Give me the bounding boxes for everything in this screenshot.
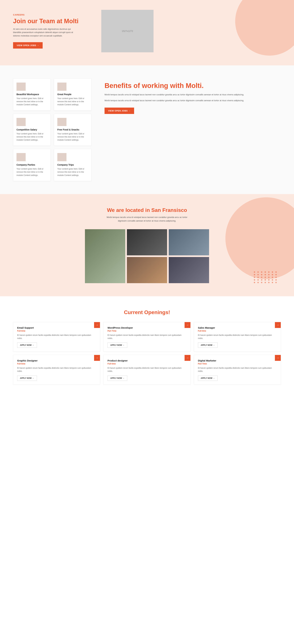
dot-1-4 [268,274,270,275]
dot-1-1 [258,274,259,275]
hero-image-wrapper: 1527x1272 [101,10,154,52]
benefits-cta-button[interactable]: VIEW OPEN JOBS → [104,108,134,114]
dot-4-3 [265,282,266,283]
benefit-card-desc-1: Your content goes here. Edit or remove t… [57,97,88,106]
job-apply-button-4[interactable]: APPLY NOW → [107,376,127,381]
job-title-5: Digital Marketer [198,359,277,362]
job-card-4: → Product designer Full-time Et harum qu… [103,355,190,384]
job-apply-button-5[interactable]: APPLY NOW → [198,376,218,381]
job-type-2: Full-time [198,330,277,332]
dot-1-6 [275,274,277,275]
dot-1-5 [272,274,273,275]
benefits-title: Benefits of working with Molti. [104,82,281,90]
dot-1-2 [261,274,262,275]
job-title-4: Product designer [107,359,186,362]
dot-2-2 [261,277,262,278]
photo-5 [169,257,209,283]
job-title-1: WordPress Developer [107,326,186,329]
benefits-section: Beautiful Workspace Your content goes he… [0,66,294,194]
dot-4-1 [258,282,259,283]
job-type-3: Full-time [17,363,96,365]
benefit-card-img-5 [57,153,66,161]
hero-label: CAREERS [13,14,91,16]
openings-title: Current Openings! [13,309,281,316]
job-desc-3: Et harum quidem rerum facilis expedita d… [17,366,96,373]
job-desc-1: Et harum quidem rerum facilis expedita d… [107,334,186,340]
location-dots [254,272,278,283]
benefit-card-img-2 [16,118,26,126]
benefit-card-desc-2: Your content goes here. Edit or remove t… [16,132,47,142]
hero-title-brand: Molti [64,18,79,24]
dot-3-4 [268,279,270,280]
job-apply-button-0[interactable]: APPLY NOW → [17,342,37,348]
hero-title: Join our Team at Molti [13,18,91,25]
benefit-card-img-4 [16,153,26,161]
benefit-card-title-3: Free Food & Snacks [57,128,88,131]
benefit-card-desc-4: Your content goes here. Edit or remove t… [16,168,47,177]
dot-3-5 [272,279,273,280]
location-title-highlight: San Fransisco [151,207,187,213]
job-type-4: Full-time [107,363,186,365]
dot-2-3 [265,277,266,278]
benefits-desc1: Morbi tempus iaculis urna id volutpat la… [104,93,281,96]
dot-2-4 [268,277,270,278]
dot-2-6 [275,277,277,278]
benefit-card-1: Great People Your content goes here. Edi… [54,78,91,110]
dot-0-0 [254,272,255,273]
job-arrow-badge-1: → [185,322,190,328]
benefits-dot: . [202,82,204,90]
hero-description: At vero eos et accusamus iusto odio dign… [13,28,75,38]
dot-3-2 [261,279,262,280]
dot-2-1 [258,277,259,278]
dot-3-3 [265,279,266,280]
photo-3 [169,229,209,256]
benefits-title-rest: of working with Molti [132,82,202,90]
dot-3-0 [254,279,255,280]
job-arrow-badge-4: → [185,355,190,361]
job-desc-5: Et harum quidem rerum facilis expedita d… [198,366,277,373]
job-card-3: → Graphic Designer Full-time Et harum qu… [13,355,100,384]
photo-4 [127,257,167,283]
benefit-card-desc-0: Your content goes here. Edit or remove t… [16,97,47,106]
dot-4-4 [268,282,270,283]
job-type-0: Full-time [17,330,96,332]
jobs-grid: → Email Support Full-time Et harum quide… [13,322,281,384]
job-apply-button-2[interactable]: APPLY NOW → [198,342,218,348]
dot-4-5 [272,282,273,283]
dot-0-3 [265,272,266,273]
photo-2 [127,229,167,256]
job-title-2: Sales Manager [198,326,277,329]
dot-0-5 [272,272,273,273]
dot-2-0 [254,277,255,278]
benefit-card-5: Company Trips Your content goes here. Ed… [54,149,91,181]
benefits-desc2: Morbi tempus iaculis urna id volutpat la… [104,99,281,102]
photos-grid [85,229,209,283]
hero-title-start: Join our Team at [13,18,64,24]
hero-cta-button[interactable]: VIEW OPEN JOBS → [13,42,43,48]
job-arrow-badge-0: → [94,322,100,328]
job-apply-button-3[interactable]: APPLY NOW → [17,376,37,381]
job-type-1: Part Time [107,330,186,332]
dot-4-2 [261,282,262,283]
dot-3-6 [275,279,277,280]
hero-content: CAREERS Join our Team at Molti At vero e… [13,14,91,48]
benefit-card-img-3 [57,118,66,126]
job-apply-button-1[interactable]: APPLY NOW → [107,342,127,348]
job-arrow-badge-5: → [275,355,281,361]
location-section: We are located in San Fransisco Morbi te… [0,194,294,296]
dot-0-2 [261,272,262,273]
hero-image-placeholder: 1527x1272 [101,10,154,52]
job-desc-4: Et harum quidem rerum facilis expedita d… [107,366,186,373]
dot-1-0 [254,274,255,275]
openings-title-start: Current [124,309,144,315]
job-type-5: Part Time [198,363,277,365]
benefit-card-title-1: Great People [57,93,88,96]
job-arrow-badge-2: → [275,322,281,328]
photo-1 [85,229,125,283]
openings-title-highlight: Openings! [144,309,170,315]
benefit-card-img-0 [16,82,26,91]
benefit-card-img-1 [57,82,66,91]
dot-2-5 [272,277,273,278]
dot-4-6 [275,282,277,283]
benefits-inner: Beautiful Workspace Your content goes he… [13,78,281,181]
